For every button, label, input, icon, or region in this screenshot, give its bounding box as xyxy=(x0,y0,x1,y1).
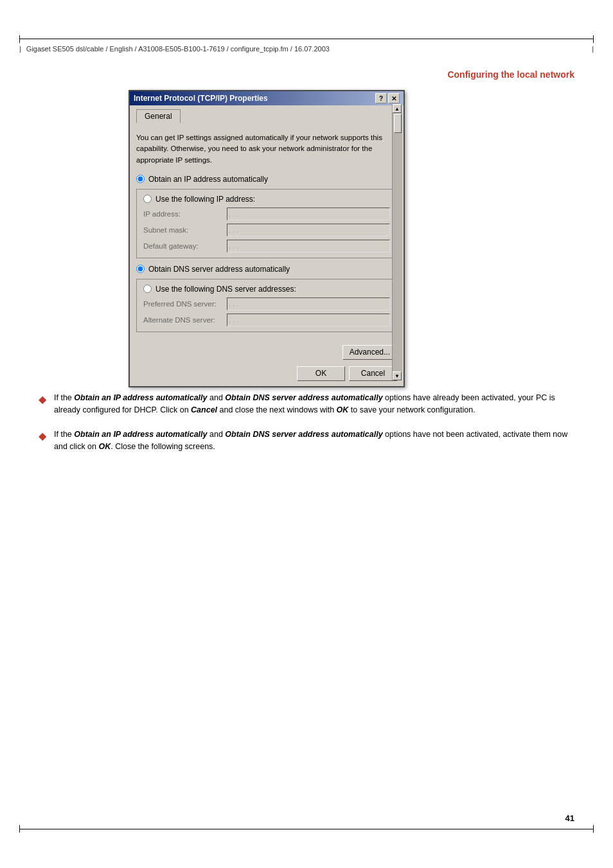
header-text: Gigaset SE505 dsl/cable / English / A310… xyxy=(26,45,330,53)
default-gateway-row: Default gateway: xyxy=(143,240,390,252)
preferred-dns-input[interactable] xyxy=(227,297,390,310)
scrollbar-track xyxy=(393,113,402,371)
radio-obtain-ip: Obtain an IP address automatically xyxy=(136,175,397,184)
radio-obtain-ip-label: Obtain an IP address automatically xyxy=(148,175,268,184)
dialog-content: You can get IP settings assigned automat… xyxy=(130,127,404,345)
subnet-mask-input[interactable] xyxy=(227,224,390,236)
dialog-title: Internet Protocol (TCP/IP) Properties xyxy=(134,94,268,103)
ip-field-group: Use the following IP address: IP address… xyxy=(136,189,397,258)
dialog-scrollbar[interactable]: ▲ ▼ xyxy=(392,104,402,380)
ip-radio-section: Obtain an IP address automatically xyxy=(136,175,397,184)
header-pipe-right: | xyxy=(592,45,594,53)
page-number: 41 xyxy=(565,813,574,823)
dialog-titlebar: Internet Protocol (TCP/IP) Properties ? … xyxy=(130,91,404,105)
default-gateway-input[interactable] xyxy=(227,240,390,252)
cancel-button[interactable]: Cancel xyxy=(349,366,397,381)
radio-obtain-ip-input[interactable] xyxy=(136,175,145,183)
radio-use-ip-label: Use the following IP address: xyxy=(155,195,255,204)
scrollbar-thumb[interactable] xyxy=(394,114,402,133)
ip-address-label: IP address: xyxy=(143,210,227,218)
radio-obtain-dns-input[interactable] xyxy=(136,265,145,273)
description-text: You can get IP settings assigned automat… xyxy=(136,132,397,166)
tick-tl xyxy=(19,35,20,43)
dns-radio-section: Obtain DNS server address automatically xyxy=(136,265,397,274)
page-border-bottom xyxy=(19,829,594,829)
alternate-dns-input[interactable] xyxy=(227,314,390,326)
default-gateway-label: Default gateway: xyxy=(143,242,227,250)
bullet-diamond-1: ◆ xyxy=(39,393,46,405)
preferred-dns-row: Preferred DNS server: xyxy=(143,297,390,310)
tick-bl xyxy=(19,825,20,833)
bullet-diamond-2: ◆ xyxy=(39,430,46,442)
dialog-title-buttons: ? ✕ xyxy=(375,93,400,103)
tick-tr xyxy=(593,35,594,43)
advanced-button[interactable]: Advanced... xyxy=(342,345,397,360)
alternate-dns-row: Alternate DNS server: xyxy=(143,314,390,326)
radio-use-dns-input[interactable] xyxy=(143,285,152,293)
bullet-list: ◆ If the Obtain an IP address automatica… xyxy=(39,392,574,465)
tab-general[interactable]: General xyxy=(136,109,181,123)
bullet-text-1: If the Obtain an IP address automaticall… xyxy=(54,392,574,417)
radio-use-ip-input[interactable] xyxy=(143,195,152,203)
dialog-action-buttons: OK Cancel xyxy=(130,364,404,386)
bullet-item-1: ◆ If the Obtain an IP address automatica… xyxy=(39,392,574,417)
ip-address-input[interactable] xyxy=(227,208,390,220)
radio-use-dns-label: Use the following DNS server addresses: xyxy=(155,285,296,294)
advanced-line: Advanced... xyxy=(130,345,404,364)
bullet-item-2: ◆ If the Obtain an IP address automatica… xyxy=(39,429,574,454)
radio-obtain-dns: Obtain DNS server address automatically xyxy=(136,265,397,274)
bullet-text-2: If the Obtain an IP address automaticall… xyxy=(54,429,574,454)
ip-address-row: IP address: xyxy=(143,208,390,220)
scrollbar-up-arrow[interactable]: ▲ xyxy=(393,104,402,113)
dialog-close-button[interactable]: ✕ xyxy=(388,93,400,103)
scrollbar-down-arrow[interactable]: ▼ xyxy=(393,371,402,380)
header: | Gigaset SE505 dsl/cable / English / A3… xyxy=(19,45,594,53)
section-heading: Configuring the local network xyxy=(447,69,574,80)
dialog-help-button[interactable]: ? xyxy=(375,93,387,103)
radio-use-dns: Use the following DNS server addresses: xyxy=(143,285,390,294)
tick-br xyxy=(593,825,594,833)
subnet-mask-row: Subnet mask: xyxy=(143,224,390,236)
ok-button[interactable]: OK xyxy=(297,366,345,381)
preferred-dns-label: Preferred DNS server: xyxy=(143,300,227,308)
dialog-tab-area: General xyxy=(130,109,404,122)
header-pipe-left: | xyxy=(19,45,21,53)
subnet-mask-label: Subnet mask: xyxy=(143,226,227,234)
dns-field-group: Use the following DNS server addresses: … xyxy=(136,279,397,332)
radio-use-ip: Use the following IP address: xyxy=(143,195,390,204)
page-border-top xyxy=(19,39,594,39)
radio-obtain-dns-label: Obtain DNS server address automatically xyxy=(148,265,290,274)
alternate-dns-label: Alternate DNS server: xyxy=(143,316,227,324)
tcp-ip-properties-dialog: Internet Protocol (TCP/IP) Properties ? … xyxy=(129,90,405,387)
